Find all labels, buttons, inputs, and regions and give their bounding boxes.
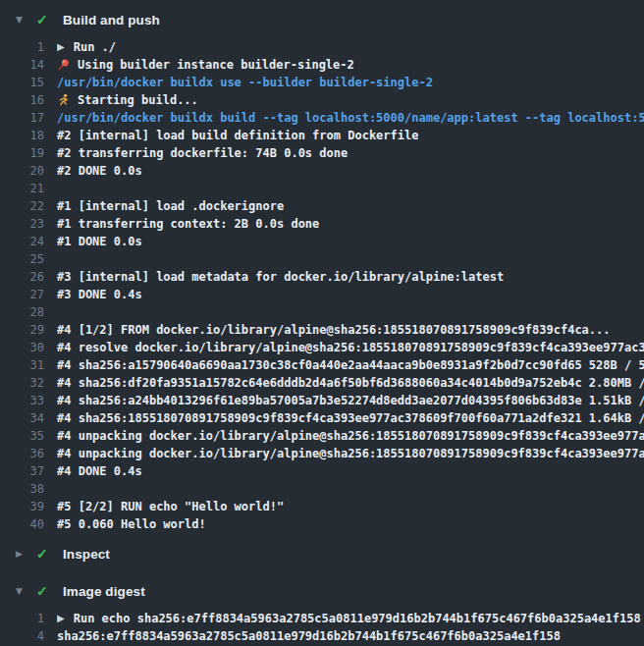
line-number[interactable]: 20 (0, 162, 44, 180)
log-text: #1 DONE 0.0s (57, 233, 142, 250)
log-text: #5 0.060 Hello world! (57, 515, 206, 533)
line-number[interactable]: 24 (0, 233, 44, 250)
chevron-right-icon[interactable]: ▶ (16, 549, 28, 559)
line-number[interactable]: 27 (0, 286, 44, 303)
log-line: 32#4 sha256:df20fa9351a15782c64e6dddb2d4… (0, 374, 644, 392)
step-title: Image digest (63, 584, 145, 599)
line-number[interactable]: 37 (0, 462, 44, 480)
step-header-build-and-push[interactable]: ▼ ✓ Build and push (0, 8, 644, 31)
log-text: #1 [internal] load .dockerignore (57, 197, 284, 215)
log-text: #4 unpacking docker.io/library/alpine@sh… (57, 427, 644, 445)
log-line: 39#5 [2/2] RUN echo "Hello world!" (0, 498, 644, 515)
chevron-down-icon[interactable]: ▼ (16, 586, 28, 596)
log-text: #2 transferring dockerfile: 74B 0.0s don… (57, 144, 348, 162)
log-line: 16Starting build... (0, 91, 644, 109)
log-text: sha256:e7ff8834a5963a2785c5a0811e979d16b… (57, 627, 561, 645)
log-text: #2 DONE 0.0s (57, 162, 142, 180)
step-header-inspect[interactable]: ▶ ✓ Inspect (0, 542, 644, 565)
line-number[interactable]: 17 (0, 109, 44, 127)
line-number[interactable]: 18 (0, 127, 44, 144)
pushpin-icon (57, 58, 71, 72)
log-lines-image-digest: 1▶Run echo sha256:e7ff8834a5963a2785c5a0… (0, 610, 644, 645)
chevron-down-icon[interactable]: ▼ (16, 15, 28, 25)
line-number[interactable]: 16 (0, 91, 44, 109)
log-text: #1 transferring context: 2B 0.0s done (57, 215, 319, 233)
log-line: 35#4 unpacking docker.io/library/alpine@… (0, 427, 644, 445)
log-line: 22#1 [internal] load .dockerignore (0, 197, 644, 215)
log-line: 37#4 DONE 0.4s (0, 462, 644, 480)
line-number[interactable]: 25 (0, 250, 44, 268)
log-line: 17/usr/bin/docker buildx build --tag loc… (0, 109, 644, 127)
log-line: 20#2 DONE 0.0s (0, 162, 644, 180)
log-text: Starting build... (78, 91, 198, 109)
line-number[interactable]: 32 (0, 374, 44, 392)
log-line: 25 (0, 250, 644, 268)
check-icon: ✓ (36, 12, 50, 27)
log-line: 1▶Run echo sha256:e7ff8834a5963a2785c5a0… (0, 610, 644, 627)
check-icon: ✓ (36, 583, 50, 599)
log-line: 34#4 sha256:185518070891758909c9f839cf4c… (0, 409, 644, 427)
log-text: Run echo sha256:e7ff8834a5963a2785c5a081… (74, 610, 641, 627)
line-number[interactable]: 4 (0, 627, 44, 645)
log-line: 40#5 0.060 Hello world! (0, 515, 644, 533)
log-line: 4sha256:e7ff8834a5963a2785c5a0811e979d16… (0, 627, 644, 645)
line-number[interactable]: 34 (0, 409, 44, 427)
line-number[interactable]: 36 (0, 445, 44, 462)
log-text: #4 DONE 0.4s (57, 462, 142, 480)
line-number[interactable]: 38 (0, 480, 44, 498)
log-line: 24#1 DONE 0.0s (0, 233, 644, 250)
log-text: #4 sha256:df20fa9351a15782c64e6dddb2d4a6… (57, 374, 644, 392)
line-number[interactable]: 35 (0, 427, 44, 445)
log-text: Using builder instance builder-single-2 (78, 56, 354, 74)
log-line: 38 (0, 480, 644, 498)
line-number[interactable]: 1 (0, 610, 44, 627)
log-text: #4 sha256:a15790640a6690aa1730c38cf0a440… (57, 356, 644, 374)
line-number[interactable]: 15 (0, 74, 44, 91)
step-inspect: ▶ ✓ Inspect (0, 542, 644, 565)
line-number[interactable]: 22 (0, 197, 44, 215)
line-number[interactable]: 31 (0, 356, 44, 374)
log-text: #5 [2/2] RUN echo "Hello world!" (57, 498, 284, 515)
expander-icon[interactable]: ▶ (57, 38, 65, 56)
log-line: 1▶Run ./ (0, 38, 644, 56)
line-number[interactable]: 21 (0, 180, 44, 197)
log-text: #2 [internal] load build definition from… (57, 127, 418, 144)
log-text: #4 unpacking docker.io/library/alpine@sh… (57, 445, 644, 462)
check-icon: ✓ (36, 546, 50, 562)
log-text: /usr/bin/docker buildx use --builder bui… (57, 74, 433, 91)
step-image-digest: ▼ ✓ Image digest 1▶Run echo sha256:e7ff8… (0, 579, 644, 645)
log-text: #3 [internal] load metadata for docker.i… (57, 268, 504, 286)
log-line: 28 (0, 303, 644, 321)
line-number[interactable]: 33 (0, 392, 44, 409)
line-number[interactable]: 39 (0, 498, 44, 515)
log-line: 15/usr/bin/docker buildx use --builder b… (0, 74, 644, 91)
line-number[interactable]: 26 (0, 268, 44, 286)
line-number[interactable]: 40 (0, 515, 44, 533)
log-text: #4 sha256:185518070891758909c9f839cf4ca3… (57, 409, 644, 427)
line-number[interactable]: 30 (0, 339, 44, 356)
line-number[interactable]: 23 (0, 215, 44, 233)
step-header-image-digest[interactable]: ▼ ✓ Image digest (0, 579, 644, 603)
log-text: #3 DONE 0.4s (57, 286, 142, 303)
log-line: 19#2 transferring dockerfile: 74B 0.0s d… (0, 144, 644, 162)
step-build-and-push: ▼ ✓ Build and push 1▶Run ./14Using build… (0, 8, 644, 533)
log-text: #4 [1/2] FROM docker.io/library/alpine@s… (57, 321, 611, 339)
line-number[interactable]: 28 (0, 303, 44, 321)
log-line: 23#1 transferring context: 2B 0.0s done (0, 215, 644, 233)
expander-icon[interactable]: ▶ (57, 610, 65, 627)
runner-icon (57, 93, 71, 107)
log-line: 26#3 [internal] load metadata for docker… (0, 268, 644, 286)
log-line: 33#4 sha256:a24bb4013296f61e89ba57005a7b… (0, 392, 644, 409)
line-number[interactable]: 1 (0, 38, 44, 56)
log-line: 21 (0, 180, 644, 197)
log-line: 14Using builder instance builder-single-… (0, 56, 644, 74)
log-line: 27#3 DONE 0.4s (0, 286, 644, 303)
line-number[interactable]: 29 (0, 321, 44, 339)
log-line: 18#2 [internal] load build definition fr… (0, 127, 644, 144)
log-text: /usr/bin/docker buildx build --tag local… (57, 109, 644, 127)
log-line: 30#4 resolve docker.io/library/alpine@sh… (0, 339, 644, 356)
actions-log-page: ▼ ✓ Build and push 1▶Run ./14Using build… (0, 0, 644, 646)
line-number[interactable]: 19 (0, 144, 44, 162)
log-text: Run ./ (74, 38, 116, 56)
line-number[interactable]: 14 (0, 56, 44, 74)
